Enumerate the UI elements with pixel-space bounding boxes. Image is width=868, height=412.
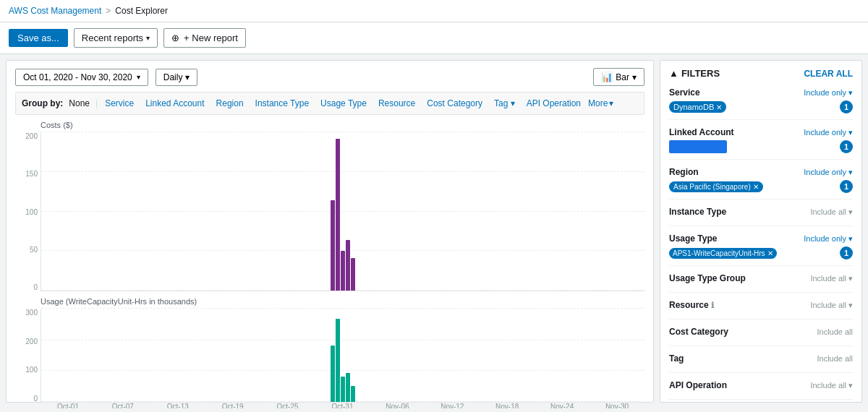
info-icon: ℹ — [711, 301, 714, 309]
filter-instance-type-mode: Include all ▾ — [810, 207, 853, 217]
filter-cost-category-header: Cost Category Include all — [669, 327, 853, 337]
date-range-button[interactable]: Oct 01, 2020 - Nov 30, 2020 ▾ — [15, 69, 148, 86]
filter-tag-usage-type[interactable]: APS1-WriteCapacityUnit-Hrs ✕ — [669, 248, 777, 259]
filter-tag-dynamodb[interactable]: DynamoDB ✕ — [669, 101, 726, 113]
filter-region-header: Region Include only ▾ — [669, 167, 853, 177]
recent-reports-label: Recent reports — [82, 33, 143, 43]
cost-bar-oct31-1 — [331, 200, 335, 291]
filter-tag-name: Tag — [669, 353, 684, 364]
filter-api-operation-header: API Operation Include all ▾ — [669, 380, 853, 390]
breadcrumb-separator: > — [106, 6, 111, 16]
group-by-more-button[interactable]: More ▾ — [588, 98, 613, 108]
filter-usage-type-group-mode: Include all ▾ — [810, 274, 853, 283]
filter-usage-type-group-name: Usage Type Group — [669, 273, 746, 283]
filter-service-mode[interactable]: Include only ▾ — [804, 88, 853, 98]
costs-chart-inner — [41, 132, 644, 291]
filters-title: ▲ FILTERS — [669, 68, 720, 79]
x-label-nov30: Nov-30 — [590, 403, 644, 408]
breadcrumb-current: Cost Explorer — [115, 6, 168, 16]
x-label-oct13: Oct-13 — [150, 403, 205, 408]
filter-linked-account-tag[interactable] — [669, 140, 727, 153]
x-label-nov06: Nov-06 — [370, 403, 425, 408]
filter-linked-account-badge: 1 — [840, 140, 853, 153]
x-label-oct25: Oct-25 — [260, 403, 315, 408]
date-range-label: Oct 01, 2020 - Nov 30, 2020 — [23, 72, 132, 82]
filter-tag-dynamodb-close[interactable]: ✕ — [716, 103, 722, 111]
filter-tag-singapore-close[interactable]: ✕ — [753, 183, 759, 191]
more-chevron-icon: ▾ — [609, 98, 613, 108]
chart-type-chevron-icon: ▾ — [632, 72, 637, 82]
filter-api-operation-name: API Operation — [669, 380, 727, 390]
group-by-bar: Group by: None | Service Linked Account … — [15, 92, 644, 115]
group-by-cost-category[interactable]: Cost Category — [422, 97, 487, 110]
group-by-instance-type[interactable]: Instance Type — [251, 97, 314, 110]
filter-linked-account-mode[interactable]: Include only ▾ — [804, 128, 853, 137]
new-report-label: + New report — [184, 33, 238, 43]
filter-usage-type: Usage Type Include only ▾ APS1-WriteCapa… — [669, 233, 853, 266]
group-by-service[interactable]: Service — [101, 97, 138, 110]
filter-region-mode[interactable]: Include only ▾ — [804, 168, 853, 177]
granularity-button[interactable]: Daily ▾ — [156, 69, 198, 86]
group-by-api-operation[interactable]: API Operation — [522, 97, 585, 110]
filter-usage-type-mode[interactable]: Include only ▾ — [804, 234, 853, 244]
x-label-oct01: Oct-01 — [41, 403, 95, 408]
group-by-region[interactable]: Region — [212, 97, 248, 110]
usage-bar-oct31-4 — [346, 373, 350, 402]
filter-service-header: Service Include only ▾ — [669, 87, 853, 98]
main-content: Oct 01, 2020 - Nov 30, 2020 ▾ Daily ▾ 📊 … — [0, 54, 868, 408]
filter-usage-type-group: Usage Type Group Include all ▾ — [669, 273, 853, 293]
granularity-label: Daily — [163, 72, 183, 82]
usage-chart-wrapper: 300 200 100 0 — [15, 309, 644, 403]
usage-chart-inner — [41, 309, 644, 403]
usage-bar-oct31-2 — [336, 319, 340, 402]
filters-triangle-icon: ▲ — [669, 68, 678, 79]
x-label-oct07: Oct-07 — [95, 403, 150, 408]
usage-bar-group-oct31 — [316, 319, 370, 402]
filter-usage-type-group-header: Usage Type Group Include all ▾ — [669, 273, 853, 283]
filter-tag: Tag Include all — [669, 353, 853, 373]
filter-tag-singapore[interactable]: Asia Pacific (Singapore) ✕ — [669, 181, 763, 192]
date-range-chevron-icon: ▾ — [137, 73, 140, 81]
cost-bar-oct31-4 — [346, 240, 350, 291]
filter-usage-type-content: APS1-WriteCapacityUnit-Hrs ✕ 1 — [669, 246, 853, 259]
filter-cost-category: Cost Category Include all — [669, 327, 853, 346]
filter-region: Region Include only ▾ Asia Pacific (Sing… — [669, 167, 853, 199]
breadcrumb: AWS Cost Management > Cost Explorer — [9, 6, 168, 16]
group-by-tag[interactable]: Tag ▾ — [490, 97, 519, 110]
filter-api-operation-mode: Include all ▾ — [810, 381, 853, 390]
filter-usage-type-badge: 1 — [840, 246, 853, 259]
bar-group-oct31 — [316, 139, 370, 291]
filters-panel: ▲ FILTERS CLEAR ALL Service Include only… — [660, 60, 862, 403]
chart-type-button[interactable]: 📊 Bar ▾ — [593, 68, 644, 86]
usage-bar-oct31-3 — [341, 377, 345, 402]
filter-cost-category-mode: Include all — [817, 327, 853, 336]
filter-tag-usage-type-close[interactable]: ✕ — [767, 249, 773, 257]
filter-service-name: Service — [669, 87, 700, 98]
filter-linked-account-content: 1 — [669, 140, 853, 153]
filter-resource-header: Resource ℹ Include all ▾ — [669, 300, 853, 310]
granularity-chevron-icon: ▾ — [185, 72, 190, 82]
group-by-usage-type[interactable]: Usage Type — [316, 97, 371, 110]
group-by-resource[interactable]: Resource — [374, 97, 420, 110]
costs-y-axis: 200 150 100 50 0 — [15, 132, 41, 291]
filter-resource: Resource ℹ Include all ▾ — [669, 300, 853, 319]
recent-reports-button[interactable]: Recent reports ▾ — [74, 28, 158, 48]
new-report-button[interactable]: ⊕ + New report — [163, 28, 246, 48]
cost-bar-oct31-3 — [341, 251, 345, 291]
more-label: More — [588, 98, 608, 108]
chart-type-label: Bar — [616, 72, 629, 82]
group-by-none[interactable]: None — [66, 97, 93, 110]
x-label-oct31: Oct-31 — [315, 403, 370, 408]
x-label-oct19: Oct-19 — [205, 403, 260, 408]
filter-service: Service Include only ▾ DynamoDB ✕ 1 — [669, 87, 853, 120]
group-by-linked-account[interactable]: Linked Account — [141, 97, 208, 110]
filter-region-badge: 1 — [840, 180, 853, 193]
toolbar: Save as... Recent reports ▾ ⊕ + New repo… — [0, 22, 868, 54]
filter-service-tags: DynamoDB ✕ — [669, 101, 726, 113]
usage-chart-container: Usage (WriteCapacityUnit-Hrs in thousand… — [15, 297, 644, 408]
save-as-button[interactable]: Save as... — [9, 29, 68, 47]
filter-region-tags: Asia Pacific (Singapore) ✕ — [669, 181, 763, 192]
clear-all-button[interactable]: CLEAR ALL — [804, 69, 853, 79]
breadcrumb-parent[interactable]: AWS Cost Management — [9, 6, 101, 16]
usage-bars-row — [41, 309, 644, 402]
